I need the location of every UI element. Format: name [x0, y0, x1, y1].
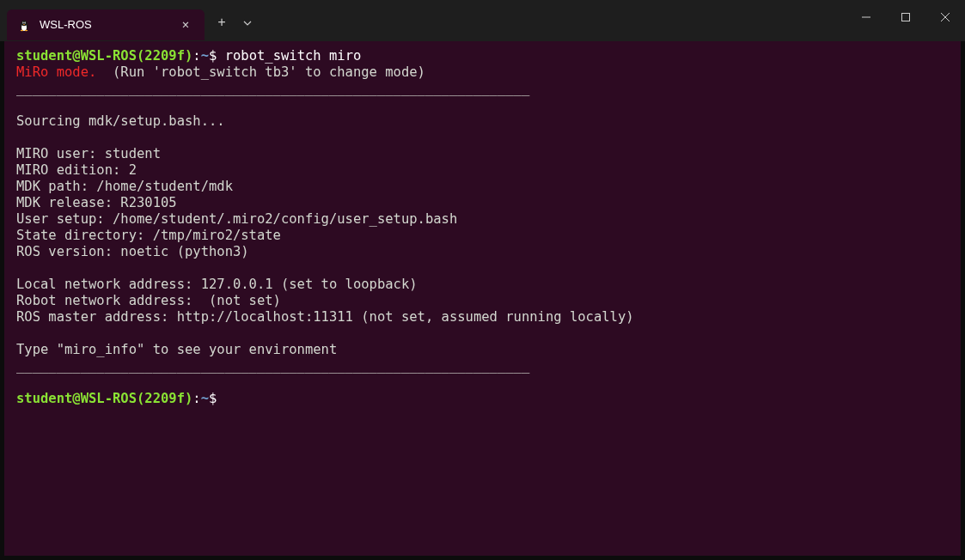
- terminal-window: WSL-ROS ✕ +: [0, 0, 965, 560]
- maximize-button[interactable]: [886, 0, 925, 34]
- svg-rect-10: [902, 14, 910, 21]
- svg-point-8: [25, 29, 28, 31]
- tab-close-button[interactable]: ✕: [177, 16, 194, 33]
- terminal-line: Type "miro_info" to see your environment: [16, 342, 949, 358]
- penguin-icon: [17, 18, 31, 32]
- terminal-line: [16, 97, 949, 113]
- tabs-container: WSL-ROS ✕ +: [0, 0, 260, 41]
- prompt-colon: :: [192, 391, 200, 406]
- svg-point-7: [21, 29, 24, 31]
- window-controls: [846, 0, 965, 34]
- prompt-colon: :: [192, 48, 200, 64]
- profile-dropdown-button[interactable]: [235, 9, 260, 37]
- terminal-line: MDK path: /home/student/mdk: [16, 179, 949, 195]
- terminal-line: student@WSL-ROS(2209f):~$: [16, 391, 949, 407]
- terminal-line: [16, 374, 949, 391]
- maximize-icon: [901, 13, 910, 21]
- prompt-dollar: $: [209, 48, 225, 64]
- terminal-line: ROS master address: http://localhost:113…: [16, 309, 949, 326]
- new-tab-button[interactable]: +: [208, 9, 235, 37]
- terminal-line: MDK release: R230105: [16, 195, 949, 211]
- terminal-line: student@WSL-ROS(2209f):~$ robot_switch m…: [16, 48, 949, 64]
- terminal-line: MIRO edition: 2: [16, 162, 949, 179]
- close-button[interactable]: [925, 0, 965, 34]
- output-text: (Run 'robot_switch tb3' to change mode): [96, 64, 425, 80]
- terminal-line: User setup: /home/student/.miro2/config/…: [16, 211, 949, 228]
- chevron-down-icon: [243, 19, 252, 27]
- prompt-user: student@WSL-ROS(2209f): [16, 48, 192, 64]
- svg-point-5: [22, 22, 23, 23]
- miro-mode-text: MiRo mode.: [16, 64, 96, 80]
- terminal-tab[interactable]: WSL-ROS ✕: [7, 9, 205, 40]
- terminal-line: MiRo mode. (Run 'robot_switch tb3' to ch…: [16, 64, 949, 81]
- titlebar: WSL-ROS ✕ +: [0, 0, 965, 41]
- minimize-icon: [862, 13, 870, 21]
- terminal-line: Sourcing mdk/setup.bash...: [16, 113, 949, 130]
- prompt-path: ~: [201, 391, 209, 406]
- terminal-line: MIRO user: student: [16, 146, 949, 162]
- tab-title: WSL-ROS: [40, 18, 177, 31]
- svg-point-6: [25, 22, 26, 23]
- terminal-line: ________________________________________…: [16, 358, 949, 374]
- terminal-line: ROS version: noetic (python3): [16, 244, 949, 260]
- terminal-line: [16, 130, 949, 146]
- prompt-user: student@WSL-ROS(2209f): [16, 391, 192, 406]
- terminal-content[interactable]: student@WSL-ROS(2209f):~$ robot_switch m…: [4, 41, 961, 556]
- command-text: robot_switch miro: [225, 48, 362, 64]
- minimize-button[interactable]: [846, 0, 886, 34]
- terminal-line: ________________________________________…: [16, 81, 949, 97]
- prompt-dollar: $: [209, 391, 217, 406]
- prompt-path: ~: [201, 48, 209, 64]
- close-icon: [941, 13, 950, 21]
- terminal-line: Robot network address: (not set): [16, 293, 949, 309]
- terminal-line: Local network address: 127.0.0.1 (set to…: [16, 277, 949, 293]
- terminal-line: [16, 260, 949, 277]
- terminal-line: State directory: /tmp/miro2/state: [16, 228, 949, 244]
- terminal-line: [16, 326, 949, 342]
